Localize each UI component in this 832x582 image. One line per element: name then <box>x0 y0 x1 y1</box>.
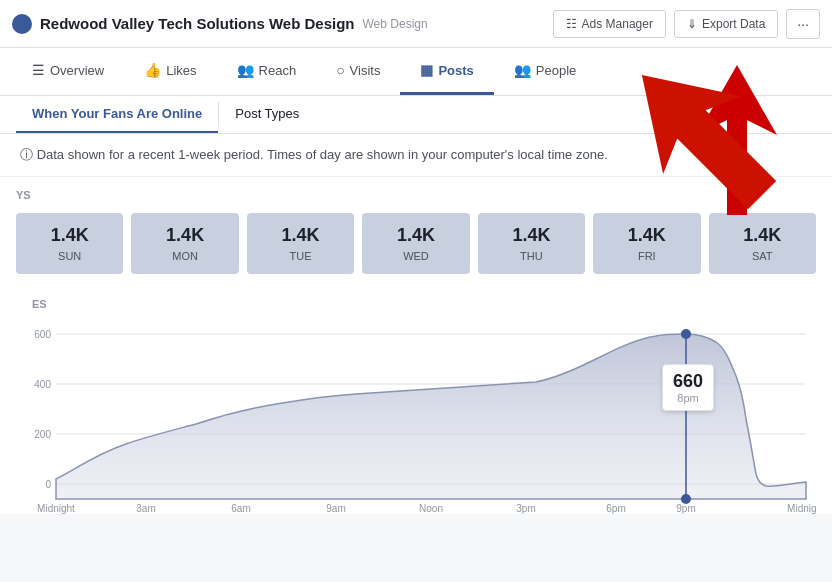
svg-text:0: 0 <box>45 479 51 490</box>
likes-icon: 👍 <box>144 62 161 78</box>
tab-overview[interactable]: ☰ Overview <box>12 48 124 95</box>
tooltip-value: 660 <box>673 371 703 392</box>
day-card-thu: 1.4K THU <box>478 213 585 274</box>
people-icon: 👥 <box>514 62 531 78</box>
svg-text:3pm: 3pm <box>516 503 535 514</box>
ads-manager-icon: ☷ <box>566 17 577 31</box>
sub-nav-post-types[interactable]: Post Types <box>219 96 315 133</box>
sub-nav: When Your Fans Are Online Post Types <box>0 96 832 134</box>
svg-text:6am: 6am <box>231 503 250 514</box>
tab-likes[interactable]: 👍 Likes <box>124 48 216 95</box>
sub-nav-when-fans-online[interactable]: When Your Fans Are Online <box>16 96 218 133</box>
fans-online-chart: 600 400 200 0 Midnight 3am 6am <box>16 314 816 514</box>
info-bar: ⓘ Data shown for a recent 1-week period.… <box>0 134 832 177</box>
tab-posts[interactable]: ▦ Posts <box>400 48 493 95</box>
more-options-button[interactable]: ··· <box>786 9 820 39</box>
page-title: Redwood Valley Tech Solutions Web Design <box>40 15 355 32</box>
svg-text:6pm: 6pm <box>606 503 625 514</box>
days-grid: 1.4K SUN 1.4K MON 1.4K TUE 1.4K WED 1.4K… <box>0 205 832 286</box>
download-icon: ⇓ <box>687 17 697 31</box>
svg-text:3am: 3am <box>136 503 155 514</box>
chart-container: 600 400 200 0 Midnight 3am 6am <box>16 314 816 514</box>
visits-icon: ○ <box>336 62 344 78</box>
chart-section-label: ES <box>16 286 816 314</box>
day-card-fri: 1.4K FRI <box>593 213 700 274</box>
page-category: Web Design <box>363 17 428 31</box>
svg-text:600: 600 <box>34 329 51 340</box>
day-card-sat: 1.4K SAT <box>709 213 816 274</box>
day-card-wed: 1.4K WED <box>362 213 469 274</box>
svg-text:9pm: 9pm <box>676 503 695 514</box>
day-card-mon: 1.4K MON <box>131 213 238 274</box>
day-card-tue: 1.4K TUE <box>247 213 354 274</box>
tab-visits[interactable]: ○ Visits <box>316 48 400 95</box>
nav-tabs: ☰ Overview 👍 Likes 👥 Reach ○ Visits ▦ Po… <box>0 48 832 96</box>
svg-text:200: 200 <box>34 429 51 440</box>
svg-text:Midnight: Midnight <box>37 503 75 514</box>
chart-section: ES 600 400 <box>0 286 832 514</box>
day-card-sun: 1.4K SUN <box>16 213 123 274</box>
tab-people[interactable]: 👥 People <box>494 48 596 95</box>
reach-icon: 👥 <box>237 62 254 78</box>
svg-point-9 <box>681 329 691 339</box>
chart-tooltip: 660 8pm <box>662 364 714 411</box>
svg-text:Noon: Noon <box>419 503 443 514</box>
svg-text:400: 400 <box>34 379 51 390</box>
days-section-label: YS <box>0 177 832 205</box>
svg-text:9am: 9am <box>326 503 345 514</box>
ads-manager-button[interactable]: ☷ Ads Manager <box>553 10 666 38</box>
overview-icon: ☰ <box>32 62 45 78</box>
main-content: ⓘ Data shown for a recent 1-week period.… <box>0 134 832 514</box>
facebook-logo <box>12 14 32 34</box>
export-data-button[interactable]: ⇓ Export Data <box>674 10 778 38</box>
svg-text:Midnight: Midnight <box>787 503 816 514</box>
tooltip-time: 8pm <box>673 392 703 404</box>
posts-icon: ▦ <box>420 62 433 78</box>
tab-reach[interactable]: 👥 Reach <box>217 48 317 95</box>
page-header: Redwood Valley Tech Solutions Web Design… <box>0 0 832 48</box>
